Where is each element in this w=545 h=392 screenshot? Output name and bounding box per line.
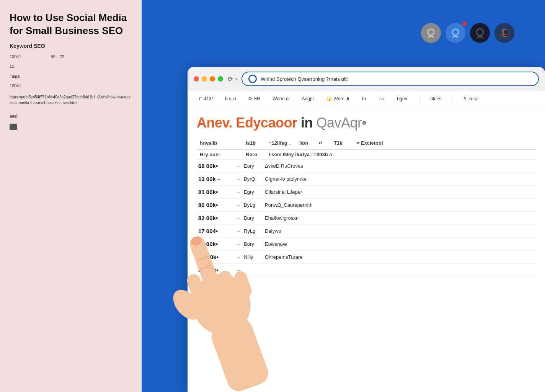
svg-point-0 — [428, 29, 434, 35]
nav-tool-label-2: SR — [254, 96, 260, 101]
table-row: 13 00k→ → ByrQ CIgneI-lo ptolynrke — [197, 173, 536, 186]
vol-1: 68 00k• — [197, 163, 235, 169]
name-4: ByLg — [241, 202, 263, 208]
desc-8: OhrepemsTurare — [263, 254, 536, 260]
sub-col-3: I sem lMey iludya↕ T003b a — [266, 152, 536, 157]
minimize-button[interactable] — [202, 76, 207, 82]
back-icon[interactable]: ⟳ — [228, 75, 233, 83]
nav-controls: ⟳ › — [228, 75, 237, 83]
nav-tool-5[interactable]: Tā — [376, 95, 386, 103]
sidebar-url: https://pub-5c454f571b8e40a3a2aad27ade84… — [10, 94, 132, 106]
name-7: Bory — [241, 241, 263, 247]
nav-tool-2[interactable]: ⚙ SR — [246, 95, 263, 103]
th-4: lion — [296, 140, 315, 146]
th-1: hnvalib — [197, 140, 243, 146]
sidebar-subtitle: Keyword SEO — [10, 43, 132, 49]
th-6: T1k — [331, 140, 354, 146]
close-button[interactable] — [194, 76, 199, 82]
browser-chrome: ⟳ › Wnind Sprotech Qvsarroning ?rnats αi… — [188, 67, 545, 91]
nav-tool-label-4: Augpr — [302, 96, 314, 101]
name-5: Bury — [241, 215, 263, 221]
nav-tool-worn-ji[interactable]: 🔱 Worn Ji — [324, 95, 351, 103]
desc-2: CIgneI-lo ptolynrke — [263, 176, 536, 182]
browser-window: ⟳ › Wnind Sprotech Qvsarroning ?rnats αi… — [188, 67, 545, 392]
name-1: Eory — [241, 163, 263, 169]
nav-tool-label-3: Worm·di — [272, 96, 289, 101]
forward-icon[interactable]: › — [235, 75, 237, 82]
vol-9: 8E 00k• — [197, 267, 235, 273]
nav-tool-label-7: nloirs — [431, 96, 442, 101]
svg-point-2 — [476, 29, 483, 36]
nav-tool-3[interactable]: Worm·di — [270, 95, 292, 103]
table-row: 32 00k• → Bory Eowerave — [197, 238, 536, 251]
nav-tool-6[interactable]: Tigen. — [394, 95, 411, 103]
th-sort[interactable]: ~12lifeg ↓ — [266, 140, 296, 146]
nav-tool-home[interactable]: ⊓ 4CP — [197, 95, 215, 103]
top-icon-2-wrap — [445, 23, 465, 43]
sidebar-tag: seo — [10, 113, 132, 119]
maximize-button[interactable] — [218, 76, 223, 82]
nav-tool-8[interactable]: ↰ kural — [461, 95, 481, 103]
table-row: 68 00k• → Eory ΔvkeD RuCroves — [197, 160, 536, 173]
arrow-7: → — [235, 241, 241, 247]
toolbar-separator-2 — [452, 95, 452, 102]
top-icon-4: 🎩 — [494, 23, 514, 43]
th-2: ls1b — [243, 140, 266, 146]
svg-point-1 — [452, 29, 459, 35]
traffic-lights — [194, 76, 223, 82]
table-row: S0 00k• → Nilly OhrepemsTurare — [197, 251, 536, 264]
heading-part2: in — [301, 115, 313, 131]
name-3: Egry — [241, 189, 263, 195]
nav-tool-label-8: kural — [468, 96, 478, 101]
address-bar[interactable]: Wnind Sprotech Qvsarroning ?rnats αitl — [241, 72, 539, 86]
toolbar-separator — [419, 95, 420, 102]
table-subheader: Hry oun↕ Roro I sem lMey iludya↕ T003b a — [197, 150, 536, 160]
desc-7: Eowerave — [263, 241, 536, 247]
arrow-8: → — [235, 254, 241, 260]
sidebar-meta4: 10041 — [10, 83, 132, 90]
desc-3: CIlarsinal LJeper — [263, 189, 536, 195]
nav-tool-7[interactable]: nloirs — [428, 95, 444, 103]
restore-button[interactable] — [210, 76, 215, 82]
nav-tool-label-6: Tigen. — [396, 96, 409, 101]
sidebar-meta1: 10041 50 22 — [10, 54, 132, 60]
vol-5: 82 00k• — [197, 215, 235, 221]
arrow-2: → — [235, 176, 241, 182]
browser-icon — [248, 75, 257, 83]
sub-col-1: Hry oun↕ — [197, 152, 243, 157]
nav-tool-1[interactable]: b s zi — [223, 95, 238, 103]
address-text: Wnind Sprotech Qvsarroning ?rnats αitl — [261, 76, 532, 82]
notification-dot — [462, 21, 467, 26]
page-heading: Anev. Edycaoor in QavAqr• — [197, 115, 536, 131]
table-row: 80 00k• → ByLg PonwΩ_Cauraperinth — [197, 199, 536, 212]
th-5: ↵ — [315, 140, 331, 146]
desc-4: PonwΩ_Cauraperinth — [263, 202, 536, 208]
browser-content: Anev. Edycaoor in QavAqr• hnvalib ls1b ~… — [188, 107, 545, 392]
table-header: hnvalib ls1b ~12lifeg ↓ lion ↵ T1k ≈ Exc… — [197, 137, 536, 150]
vol-7: 32 00k• — [197, 241, 235, 247]
desc-6: Dalywo — [263, 228, 536, 234]
to-label: To — [361, 96, 366, 101]
heading-part1: Anev. Edycaoor — [197, 115, 297, 131]
name-8: Nilly — [241, 254, 263, 260]
arrow-9: → — [235, 267, 241, 273]
arrow-5: → — [235, 215, 241, 221]
name-2: ByrQ — [241, 176, 263, 182]
table-row: 82 00k• → Bury Ehalfowigrosxn — [197, 212, 536, 225]
back2-icon: ↰ — [463, 96, 467, 101]
top-icon-2 — [445, 23, 465, 43]
table-row: 81 00k• → Egry CIlarsinal LJeper — [197, 186, 536, 199]
desc-5: Ehalfowigrosxn — [263, 215, 536, 221]
nav-tool-label-1: b s zi — [225, 96, 236, 101]
arrow-6: → — [235, 228, 241, 234]
filter-icon: ⚙ — [248, 96, 252, 101]
arrow-3: → — [235, 189, 241, 195]
sidebar-meta3: Taipei — [10, 73, 132, 80]
nav-tool-4[interactable]: Augpr — [299, 95, 316, 103]
table-row: 17 004• → RyLg Dalywo — [197, 225, 536, 238]
desc-1: ΔvkeD RuCroves — [263, 163, 536, 169]
nav-toolbar: ⊓ 4CP b s zi ⚙ SR Worm·di Augpr 🔱 Worn J… — [188, 91, 545, 107]
table-row: 8E 00k• → — [197, 264, 536, 277]
nav-tool-to[interactable]: To — [359, 95, 369, 103]
vol-6: 17 004• — [197, 228, 235, 234]
